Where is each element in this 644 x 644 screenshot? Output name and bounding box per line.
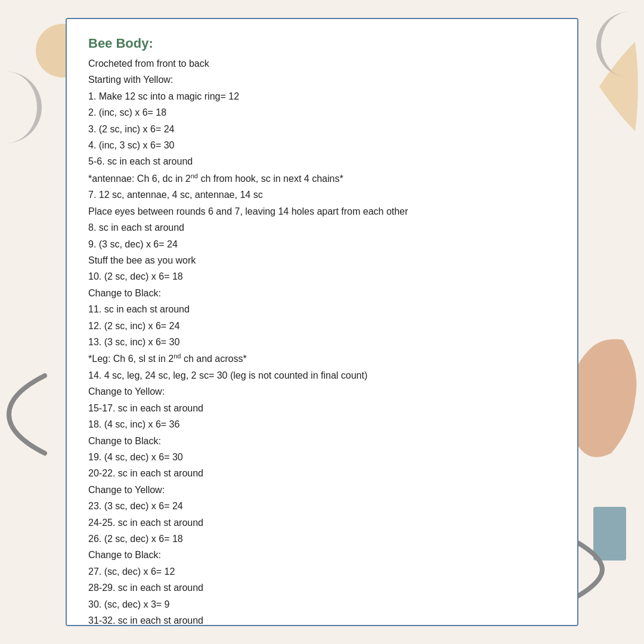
card-line-10: 8. sc in each st around: [88, 220, 556, 236]
card-line-2: 1. Make 12 sc into a magic ring= 12: [88, 89, 556, 104]
card-line-12: Stuff the bee as you work: [88, 253, 556, 268]
card-line-11: 9. (3 sc, dec) x 6= 24: [88, 237, 556, 252]
card-line-32: 28-29. sc in each st around: [88, 580, 556, 596]
card-line-24: 19. (4 sc, dec) x 6= 30: [88, 450, 556, 465]
card-line-33: 30. (sc, dec) x 3= 9: [88, 597, 556, 612]
card-line-28: 24-25. sc in each st around: [88, 515, 556, 531]
card-line-6: 5-6. sc in each st around: [88, 154, 556, 169]
card-line-30: Change to Black:: [88, 547, 556, 563]
card-line-8: 7. 12 sc, antennae, 4 sc, antennae, 14 s…: [88, 187, 556, 203]
card-line-7: *antennae: Ch 6, dc in 2nd ch from hook,…: [88, 171, 556, 187]
card-line-29: 26. (2 sc, dec) x 6= 18: [88, 531, 556, 547]
main-card: Bee Body: Crocheted from front to backSt…: [66, 18, 578, 626]
card-line-16: 12. (2 sc, inc) x 6= 24: [88, 318, 556, 334]
card-line-18: *Leg: Ch 6, sl st in 2nd ch and across*: [88, 351, 556, 367]
card-line-25: 20-22. sc in each st around: [88, 466, 556, 481]
card-line-15: 11. sc in each st around: [88, 302, 556, 317]
card-line-21: 15-17. sc in each st around: [88, 401, 556, 416]
card-line-5: 4. (inc, 3 sc) x 6= 30: [88, 138, 556, 153]
decorative-leaf-right-upper: [587, 36, 641, 137]
card-line-31: 27. (sc, dec) x 6= 12: [88, 564, 556, 580]
decorative-paren-left: [3, 370, 51, 459]
card-line-14: Change to Black:: [88, 286, 556, 301]
card-line-26: Change to Yellow:: [88, 482, 556, 498]
card-line-27: 23. (3 sc, dec) x 6= 24: [88, 499, 556, 514]
card-line-17: 13. (3 sc, inc) x 6= 30: [88, 335, 556, 350]
card-line-1: Starting with Yellow:: [88, 72, 556, 88]
card-body: Crocheted from front to backStarting wit…: [88, 56, 556, 626]
decorative-arc-left-upper: [0, 72, 42, 143]
card-line-23: Change to Black:: [88, 434, 556, 449]
card-line-20: Change to Yellow:: [88, 384, 556, 400]
card-line-9: Place eyes between rounds 6 and 7, leavi…: [88, 204, 556, 219]
card-line-0: Crocheted from front to back: [88, 56, 556, 72]
card-line-34: 31-32. sc in each st around: [88, 613, 556, 626]
card-line-22: 18. (4 sc, inc) x 6= 36: [88, 417, 556, 432]
card-line-13: 10. (2 sc, dec) x 6= 18: [88, 269, 556, 284]
card-line-4: 3. (2 sc, inc) x 6= 24: [88, 122, 556, 137]
card-line-19: 14. 4 sc, leg, 24 sc, leg, 2 sc= 30 (leg…: [88, 368, 556, 383]
card-line-3: 2. (inc, sc) x 6= 18: [88, 105, 556, 120]
card-title: Bee Body:: [88, 36, 556, 51]
